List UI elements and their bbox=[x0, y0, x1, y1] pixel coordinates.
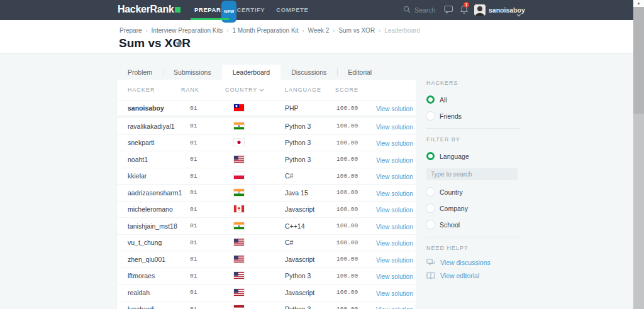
table-header-row: HACKER RANK COUNTRY LANGUAGE SCORE bbox=[117, 80, 416, 100]
view-solution-cell: View solution bbox=[376, 170, 416, 182]
table-row: aadrizasensharm101Java 15100.00View solu… bbox=[117, 185, 416, 202]
nav-item-prepare[interactable]: PREPARE NEW bbox=[189, 0, 231, 20]
view-editorial-link[interactable]: View editorial bbox=[426, 272, 521, 279]
filter-search-input[interactable] bbox=[426, 168, 518, 180]
radio-unselected-icon[interactable] bbox=[426, 204, 435, 212]
score-value: 100.00 bbox=[336, 173, 376, 180]
scroll-up-arrow-icon[interactable]: ▲ bbox=[633, 0, 644, 7]
language-value: C++14 bbox=[285, 222, 336, 230]
column-header-country[interactable]: COUNTRY bbox=[225, 87, 285, 93]
tab-leaderboard[interactable]: Leaderboard bbox=[222, 65, 281, 80]
country-flag-cell bbox=[234, 287, 285, 298]
tab-submissions[interactable]: Submissions bbox=[163, 65, 222, 80]
radio-unselected-icon[interactable] bbox=[426, 112, 435, 120]
tab-discussions[interactable]: Discussions bbox=[280, 65, 337, 80]
favorite-star-icon[interactable]: ★ bbox=[174, 37, 184, 50]
hacker-name: tanishjain_mst18 bbox=[128, 222, 190, 230]
radio-unselected-icon[interactable] bbox=[426, 220, 435, 229]
view-solution-link[interactable]: View solution bbox=[376, 190, 413, 197]
view-solution-link[interactable]: View solution bbox=[376, 224, 413, 230]
breadcrumb: Prepare›Interview Preparation Kits›1 Mon… bbox=[119, 27, 420, 34]
score-value: 100.00 bbox=[336, 273, 376, 279]
nav-item-compete[interactable]: COMPETE bbox=[270, 0, 314, 20]
radio-option-all[interactable]: All bbox=[426, 94, 521, 106]
view-solution-link[interactable]: View solution bbox=[376, 240, 413, 247]
tab-problem[interactable]: Problem bbox=[117, 65, 163, 80]
score-value: 100.00 bbox=[336, 256, 376, 263]
view-solution-cell: View solution bbox=[376, 254, 416, 265]
breadcrumb-separator-icon: › bbox=[303, 28, 304, 34]
nav-item-label: COMPETE bbox=[276, 6, 308, 13]
language-value: Javascript bbox=[285, 256, 336, 263]
breadcrumb-item[interactable]: Week 2 bbox=[308, 27, 330, 34]
country-flag-cell bbox=[234, 303, 285, 309]
flag-pl-icon bbox=[234, 172, 244, 179]
country-flag-cell bbox=[234, 154, 285, 165]
view-solution-cell: View solution bbox=[376, 303, 416, 309]
top-navbar: HackerRank PREPARE NEW CERTIFY COMPETE S… bbox=[0, 0, 644, 20]
radio-selected-icon[interactable] bbox=[426, 95, 435, 104]
column-header-rank: RANK bbox=[181, 87, 225, 93]
table-row: zhen_qiu00101Javascript100.00View soluti… bbox=[117, 251, 416, 268]
table-row: realdah01Javascript100.00View solution bbox=[117, 285, 416, 301]
radio-unselected-icon[interactable] bbox=[426, 188, 435, 196]
scrollbar-thumb[interactable] bbox=[633, 7, 644, 114]
radio-selected-icon[interactable] bbox=[426, 152, 435, 160]
filter-by-section-title: FILTER BY bbox=[426, 136, 521, 143]
view-solution-link[interactable]: View solution bbox=[376, 173, 413, 180]
view-solution-cell: View solution bbox=[376, 121, 416, 132]
view-solution-link[interactable]: View solution bbox=[376, 140, 413, 147]
page-scrollbar[interactable]: ▲ bbox=[633, 0, 644, 309]
view-solution-link[interactable]: View solution bbox=[376, 290, 413, 297]
radio-option-country[interactable]: Country bbox=[426, 186, 521, 198]
table-row: lftmoraes01Python 3100.00View solution bbox=[117, 268, 416, 285]
rank-value: 01 bbox=[190, 105, 234, 112]
messages-icon[interactable] bbox=[444, 5, 453, 16]
view-solution-link[interactable]: View solution bbox=[376, 306, 413, 309]
nav-search[interactable]: Search bbox=[403, 0, 435, 20]
country-flag-cell bbox=[234, 203, 285, 215]
breadcrumb-item[interactable]: Sum vs XOR bbox=[338, 27, 375, 34]
help-link-label[interactable]: View discussions bbox=[440, 259, 491, 266]
view-solution-cell: View solution bbox=[376, 102, 416, 114]
view-discussions-link[interactable]: View discussions bbox=[426, 259, 521, 266]
user-avatar[interactable] bbox=[474, 4, 486, 16]
hacker-name: lucabardi bbox=[128, 305, 190, 309]
breadcrumb-separator-icon: › bbox=[146, 28, 148, 34]
radio-option-friends[interactable]: Friends bbox=[426, 110, 521, 122]
view-solution-link[interactable]: View solution bbox=[376, 157, 413, 164]
nav-item-certify[interactable]: CERTIFY bbox=[231, 0, 270, 20]
hackerrank-logo[interactable]: HackerRank bbox=[118, 4, 180, 15]
country-flag-cell bbox=[234, 187, 285, 198]
view-solution-link[interactable]: View solution bbox=[376, 273, 413, 280]
view-solution-cell: View solution bbox=[376, 220, 416, 232]
rank-value: 01 bbox=[190, 273, 234, 279]
rank-value: 01 bbox=[190, 122, 234, 129]
discussions-icon bbox=[426, 259, 435, 266]
help-link-label[interactable]: View editorial bbox=[440, 272, 479, 279]
hacker-name: micheleromano bbox=[128, 205, 190, 213]
view-solution-link[interactable]: View solution bbox=[376, 124, 413, 131]
view-solution-link[interactable]: View solution bbox=[376, 257, 413, 264]
breadcrumb-item[interactable]: Prepare bbox=[119, 27, 142, 34]
breadcrumb-separator-icon: › bbox=[333, 28, 335, 34]
hacker-name: aadrizasensharm1 bbox=[128, 189, 190, 197]
radio-option-language[interactable]: Language bbox=[426, 150, 521, 162]
table-row: lucabardi01Python 3100.00View solution bbox=[117, 301, 416, 309]
breadcrumb-item[interactable]: Interview Preparation Kits bbox=[152, 27, 223, 34]
user-menu-chevron-down-icon[interactable] bbox=[516, 8, 521, 19]
nav-item-label: PREPARE bbox=[194, 6, 225, 13]
rank-value: 01 bbox=[190, 206, 234, 213]
language-value: Python 3 bbox=[285, 305, 336, 309]
hackers-section-title: HACKERS bbox=[426, 80, 521, 86]
hacker-name: vu_t_chung bbox=[128, 239, 190, 246]
breadcrumb-item: Leaderboard bbox=[384, 27, 420, 34]
breadcrumb-item[interactable]: 1 Month Preparation Kit bbox=[233, 27, 299, 34]
radio-option-company[interactable]: Company bbox=[426, 202, 521, 214]
radio-option-school[interactable]: School bbox=[426, 219, 521, 230]
view-solution-link[interactable]: View solution bbox=[376, 207, 413, 214]
view-solution-cell: View solution bbox=[376, 270, 416, 281]
view-solution-link[interactable]: View solution bbox=[376, 106, 413, 112]
tab-editorial[interactable]: Editorial bbox=[337, 65, 382, 80]
flag-in-icon bbox=[234, 189, 244, 196]
